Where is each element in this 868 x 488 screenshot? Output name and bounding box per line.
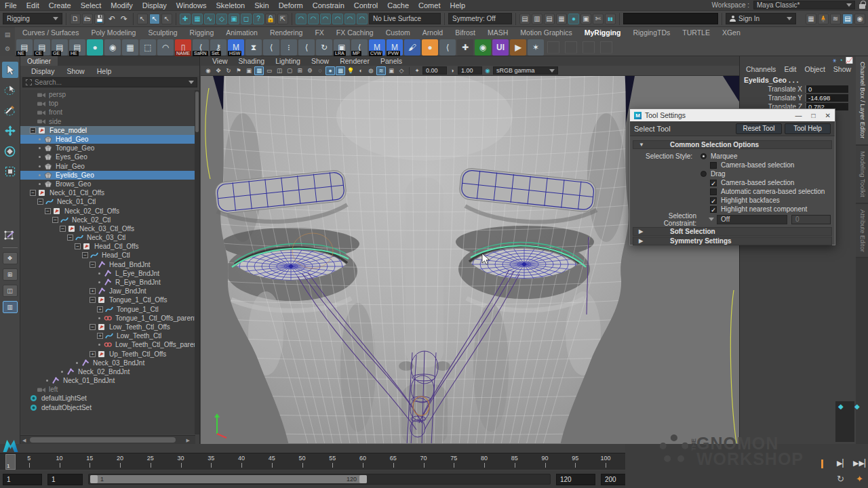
time-slider[interactable]: 1 51015202530354045505560657075808590951…: [0, 453, 625, 470]
pin-channel-icon[interactable]: ⚹: [833, 57, 836, 65]
gamma-icon[interactable]: ◑: [448, 66, 457, 75]
outliner-row-neck_02_ctl[interactable]: −Neck_02_Ctl: [20, 216, 195, 224]
shelf-item-copy-vertex-weights[interactable]: MCVW: [369, 39, 385, 56]
menu-help[interactable]: Help: [445, 1, 470, 9]
shelf-item-paste-vertex-weights[interactable]: MPVW: [387, 39, 403, 56]
outliner-row-brows_geo[interactable]: Brows_Geo: [20, 180, 195, 188]
exposure-icon[interactable]: ✦: [412, 66, 422, 75]
shelf-item-hourglass[interactable]: ⧗: [245, 39, 262, 56]
close-icon[interactable]: ✕: [825, 112, 831, 119]
playback-start-field[interactable]: 1: [47, 474, 83, 485]
outliner-row-head_geo[interactable]: Head_Geo: [20, 135, 195, 144]
shelf-tab-xgen[interactable]: XGen: [716, 28, 747, 37]
range-end-handle[interactable]: [359, 475, 367, 483]
shelf-tab-mash[interactable]: MASH: [481, 28, 514, 37]
outliner-row-tongue_1_ctl_offs[interactable]: −Tongue_1_Ctl_Offs: [20, 296, 195, 304]
isolate-all-icon[interactable]: ◆: [854, 403, 863, 410]
display-layers-icon[interactable]: ≋: [830, 14, 841, 24]
layout-four-pane[interactable]: ⊞: [3, 268, 18, 281]
collapse-icon[interactable]: −: [75, 243, 81, 249]
menu-control[interactable]: Control: [349, 1, 382, 9]
collapse-icon[interactable]: −: [60, 226, 66, 232]
outliner-row-neck_03_ctl[interactable]: −Neck_03_Ctl: [20, 233, 195, 242]
menu-set-selector[interactable]: Rigging: [3, 13, 62, 24]
gate-mask-icon[interactable]: ▢: [285, 66, 294, 75]
outliner-row-left[interactable]: left: [20, 385, 195, 394]
menu-display[interactable]: Display: [138, 1, 172, 9]
shelf-item-paint-skin-weights[interactable]: 🖌: [404, 39, 420, 56]
shelf-item-joint-fan[interactable]: ⟨: [298, 39, 315, 56]
menu-constrain[interactable]: Constrain: [308, 1, 349, 9]
gamma-field[interactable]: 1.00: [458, 66, 482, 75]
shelf-tab-sculpting[interactable]: Sculpting: [142, 28, 183, 37]
menu-file[interactable]: File: [0, 1, 22, 9]
select-hierarchy-icon[interactable]: ↖: [137, 14, 148, 24]
paint-select-tool[interactable]: [2, 102, 18, 119]
new-scene-icon[interactable]: 🗋: [70, 14, 81, 24]
reset-tool-button[interactable]: Reset Tool: [736, 123, 782, 134]
collapse-icon[interactable]: −: [90, 297, 96, 303]
right-tab-channel-box-layer-editor[interactable]: Channel Box / Layer Editor: [856, 56, 868, 146]
outliner-row-eyelids_geo[interactable]: Eyelids_Geo: [20, 171, 195, 180]
outliner-row-defaultobjectset[interactable]: defaultObjectSet: [20, 403, 195, 412]
outliner-vertical-scrollbar[interactable]: [195, 90, 199, 434]
move-tool[interactable]: [2, 123, 18, 139]
check-unchecked-icon[interactable]: [710, 162, 717, 169]
anti-aliasing-icon[interactable]: ≋: [376, 66, 386, 75]
redo-icon[interactable]: ↷: [119, 14, 130, 24]
undo-icon[interactable]: ↶: [106, 14, 117, 24]
cut-viewport-icon[interactable]: ✄: [593, 14, 604, 24]
resolution-gate-icon[interactable]: ◫: [275, 66, 284, 75]
color-management-icon[interactable]: ◉: [483, 66, 492, 75]
launch-render-view-icon[interactable]: ▣: [580, 14, 591, 24]
shelf-item-multi-parent[interactable]: ⟨MP: [351, 39, 368, 56]
live-surface-field[interactable]: No Live Surface: [369, 13, 441, 24]
shelf-item-hypergraph[interactable]: ▤HE: [69, 39, 85, 56]
shelf-item-local-rotation-axes[interactable]: ▣LRA: [334, 39, 350, 56]
outliner-row-tongue_1_ctl_offs_parentconstraint1[interactable]: Tongue_1_Ctl_Offs_parentConstraint1: [20, 314, 195, 323]
shelf-item-joint-pair[interactable]: ⟨: [439, 39, 456, 56]
section-soft-selection[interactable]: ▶Soft Selection: [633, 227, 832, 236]
expand-icon[interactable]: +: [97, 333, 103, 339]
hypershade-icon[interactable]: ●: [568, 14, 579, 24]
shelf-tab-riggingtds[interactable]: RiggingTDs: [627, 28, 676, 37]
constraint-dropdown-icon[interactable]: [709, 218, 714, 221]
option-camera-based-selection[interactable]: ✓Camera-based selection: [710, 178, 794, 187]
panel-toggle-icon[interactable]: ▤: [842, 14, 853, 24]
expand-icon[interactable]: +: [90, 288, 96, 294]
shelf-tab-custom[interactable]: Custom: [380, 28, 416, 37]
shelf-tab-rigging[interactable]: Rigging: [184, 28, 220, 37]
image-plane-icon[interactable]: ▣: [244, 66, 254, 75]
expand-icon[interactable]: +: [97, 306, 103, 312]
snap-view-plane-icon[interactable]: ◻: [241, 14, 252, 24]
menu-skin[interactable]: Skin: [250, 1, 273, 9]
animation-start-field[interactable]: 1: [3, 474, 42, 485]
layout-two-pane-side[interactable]: ◫: [3, 285, 18, 297]
grid-icon[interactable]: ▦: [254, 66, 264, 75]
snap-point-icon[interactable]: ◇: [216, 14, 227, 24]
menu-create[interactable]: Create: [44, 1, 76, 9]
shelf-item-orient-joint[interactable]: ↻: [316, 39, 332, 56]
snap-move-icon[interactable]: ✚: [180, 14, 191, 24]
shelf-item-curve-arc[interactable]: ◠: [157, 39, 174, 56]
smooth-shade-icon[interactable]: ●: [326, 66, 335, 75]
check-unchecked-icon[interactable]: [710, 188, 717, 195]
menu-select[interactable]: Select: [76, 1, 106, 9]
open-scene-icon[interactable]: 🗁: [82, 14, 93, 24]
viewport-grid-icon[interactable]: ▦: [806, 14, 816, 24]
menu-comet[interactable]: Comet: [414, 1, 445, 9]
channelbox-menu-show[interactable]: Show: [830, 65, 854, 75]
outliner-row-low_teeth_ctl_offs_parentconstraint1[interactable]: Low_Teeth_Ctl_Offs_parentConstraint1: [20, 340, 195, 349]
maximize-icon[interactable]: □: [812, 112, 816, 119]
shelf-tab-bifrost[interactable]: Bifrost: [449, 28, 481, 37]
outliner-menu-display[interactable]: Display: [26, 67, 60, 75]
shelf-item-joint-tool[interactable]: ⟨: [263, 39, 279, 56]
symmetry-field[interactable]: Symmetry: Off: [448, 13, 512, 24]
settings-ball-icon[interactable]: ◉: [854, 14, 865, 24]
viewport-menu-view[interactable]: View: [208, 57, 233, 65]
shelf-item-dotted-box[interactable]: ⬚: [140, 39, 156, 56]
viewport-menu-show[interactable]: Show: [307, 57, 334, 65]
pause-viewport-icon[interactable]: ▮▮: [605, 14, 616, 24]
option-drag[interactable]: Drag: [701, 169, 726, 178]
channel-graph-icon[interactable]: 📈: [846, 57, 853, 65]
